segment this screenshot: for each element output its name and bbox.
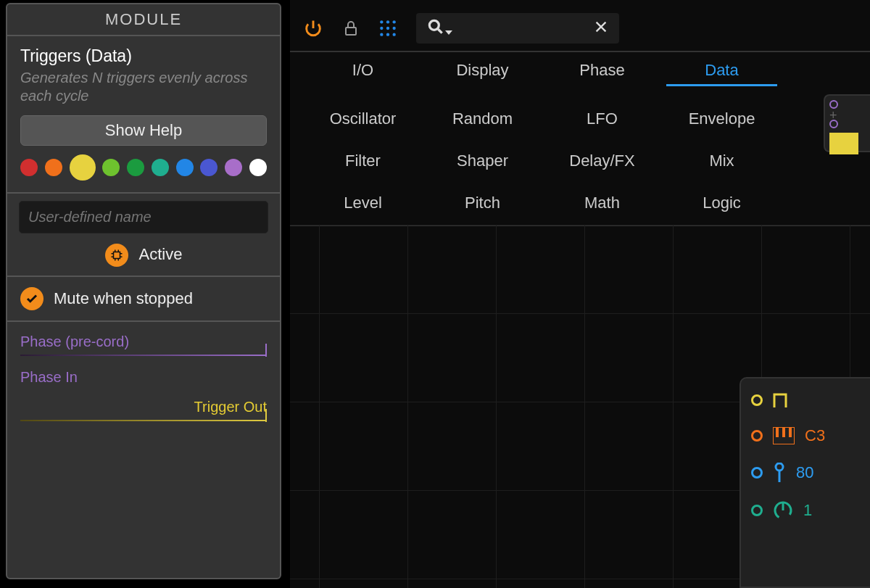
module-thumbnail bbox=[829, 133, 858, 154]
pin-icon bbox=[773, 463, 786, 483]
panel-title: MODULE bbox=[7, 4, 280, 36]
svg-point-8 bbox=[380, 33, 383, 36]
svg-point-3 bbox=[386, 20, 389, 23]
power-icon[interactable] bbox=[303, 18, 323, 38]
ports-section: Phase (pre-cord) Phase In Trigger Out bbox=[7, 322, 280, 446]
color-swatch[interactable] bbox=[152, 159, 169, 176]
svg-point-10 bbox=[393, 33, 396, 36]
lock-icon[interactable] bbox=[342, 20, 360, 37]
color-swatch[interactable] bbox=[249, 159, 267, 176]
category-oscillator[interactable]: Oscillator bbox=[303, 105, 423, 133]
category-logic[interactable]: Logic bbox=[662, 189, 782, 217]
svg-point-5 bbox=[380, 27, 383, 30]
plus-icon: + bbox=[829, 111, 866, 120]
svg-rect-14 bbox=[782, 427, 785, 437]
destination-module[interactable]: C3 80 1 bbox=[740, 377, 870, 588]
gate-input-row[interactable] bbox=[751, 392, 860, 409]
svg-rect-15 bbox=[789, 427, 792, 437]
velocity-input-row[interactable]: 80 bbox=[751, 463, 860, 483]
port-icon bbox=[751, 430, 763, 442]
port-phase-in[interactable]: Phase In bbox=[20, 369, 267, 386]
category-filter[interactable]: Filter bbox=[303, 147, 423, 175]
port-icon bbox=[751, 394, 763, 406]
category-envelope[interactable]: Envelope bbox=[662, 105, 782, 133]
grid-icon[interactable] bbox=[378, 19, 397, 38]
active-status[interactable]: Active bbox=[7, 244, 280, 267]
port-trigger-out[interactable]: Trigger Out bbox=[20, 399, 267, 421]
mute-label: Mute when stopped bbox=[54, 289, 193, 308]
row-value: C3 bbox=[805, 426, 825, 445]
search-icon bbox=[426, 17, 452, 39]
port-label: Phase In bbox=[20, 369, 267, 386]
mute-when-stopped-toggle[interactable]: Mute when stopped bbox=[7, 276, 280, 322]
active-label: Active bbox=[138, 245, 182, 263]
piano-icon bbox=[773, 427, 795, 444]
color-swatch[interactable] bbox=[176, 159, 194, 176]
port-icon bbox=[751, 505, 763, 516]
color-picker bbox=[20, 154, 267, 185]
category-data[interactable]: Data bbox=[662, 57, 782, 91]
category-shaper[interactable]: Shaper bbox=[423, 147, 542, 175]
port-icon bbox=[751, 467, 763, 479]
module-name: Triggers (Data) bbox=[20, 46, 267, 66]
top-toolbar bbox=[303, 10, 870, 46]
module-header: Triggers (Data) Generates N triggers eve… bbox=[7, 36, 280, 194]
svg-rect-1 bbox=[346, 28, 356, 35]
color-swatch[interactable] bbox=[70, 154, 96, 181]
category-io[interactable]: I/O bbox=[303, 57, 423, 91]
module-description: Generates N triggers evenly across each … bbox=[20, 69, 267, 105]
category-level[interactable]: Level bbox=[303, 189, 423, 217]
color-swatch[interactable] bbox=[225, 159, 242, 176]
category-pitch[interactable]: Pitch bbox=[423, 189, 542, 217]
gate-icon bbox=[773, 392, 793, 409]
port-meter bbox=[20, 355, 267, 356]
color-swatch[interactable] bbox=[102, 159, 120, 176]
category-phase[interactable]: Phase bbox=[542, 57, 662, 91]
show-help-button[interactable]: Show Help bbox=[20, 115, 267, 146]
port-label: Trigger Out bbox=[20, 399, 267, 415]
color-swatch[interactable] bbox=[20, 159, 38, 176]
category-display[interactable]: Display bbox=[423, 57, 542, 91]
svg-rect-0 bbox=[113, 252, 120, 259]
color-swatch[interactable] bbox=[200, 159, 218, 176]
divider bbox=[290, 51, 870, 52]
color-swatch[interactable] bbox=[127, 159, 144, 176]
category-mix[interactable]: Mix bbox=[662, 147, 782, 175]
category-grid: I/ODisplayPhaseDataOscillatorRandomLFOEn… bbox=[303, 57, 782, 217]
svg-point-6 bbox=[386, 27, 389, 30]
svg-point-4 bbox=[393, 20, 396, 23]
row-value: 1 bbox=[803, 501, 812, 520]
svg-point-16 bbox=[776, 463, 783, 471]
svg-point-11 bbox=[429, 20, 439, 30]
pitch-input-row[interactable]: C3 bbox=[751, 426, 860, 445]
svg-point-2 bbox=[380, 20, 383, 23]
check-icon bbox=[20, 287, 44, 310]
category-lfo[interactable]: LFO bbox=[542, 105, 662, 133]
port-meter bbox=[20, 420, 267, 421]
svg-point-7 bbox=[393, 27, 396, 30]
port-phase-pre-cord[interactable]: Phase (pre-cord) bbox=[20, 334, 267, 356]
knob-icon bbox=[773, 500, 793, 521]
svg-point-9 bbox=[386, 33, 389, 36]
color-swatch[interactable] bbox=[45, 159, 62, 176]
category-random[interactable]: Random bbox=[423, 105, 542, 133]
port-label: Phase (pre-cord) bbox=[20, 334, 267, 350]
clear-search-icon[interactable] bbox=[593, 19, 609, 38]
chip-icon bbox=[105, 244, 128, 267]
minimized-module[interactable]: + bbox=[824, 94, 870, 152]
category-math[interactable]: Math bbox=[542, 189, 662, 217]
svg-rect-13 bbox=[776, 427, 779, 437]
category-delayfx[interactable]: Delay/FX bbox=[542, 147, 662, 175]
module-inspector-panel: MODULE Triggers (Data) Generates N trigg… bbox=[6, 3, 281, 579]
module-name-input[interactable] bbox=[19, 201, 268, 233]
mod-input-row[interactable]: 1 bbox=[751, 500, 860, 521]
row-value: 80 bbox=[796, 463, 813, 482]
canvas-area: I/ODisplayPhaseDataOscillatorRandomLFOEn… bbox=[290, 0, 870, 588]
search-input[interactable] bbox=[416, 13, 619, 44]
